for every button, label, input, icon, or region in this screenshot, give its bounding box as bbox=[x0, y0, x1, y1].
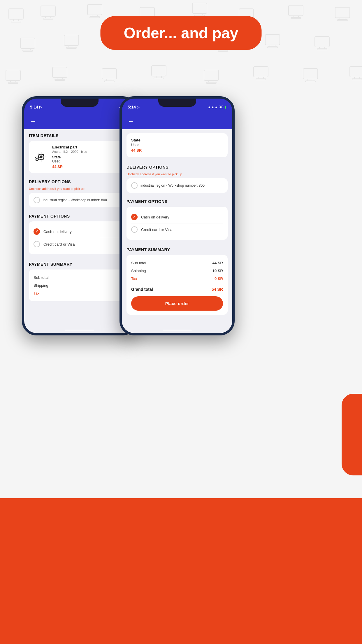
back-button-right[interactable]: ← bbox=[128, 118, 134, 125]
svg-rect-50 bbox=[55, 79, 65, 80]
svg-rect-0 bbox=[9, 9, 23, 19]
payment-option-cash-left[interactable]: ✓ Cash on delivery bbox=[34, 225, 125, 238]
item-details-title: ITEM DETAILS bbox=[29, 133, 130, 138]
address-radio-right[interactable] bbox=[131, 182, 138, 189]
svg-rect-27 bbox=[64, 35, 79, 46]
address-text-left: industrial region - Workshop number: 800 bbox=[43, 198, 107, 202]
state-card-value: Used bbox=[131, 143, 223, 147]
phone-notch-right bbox=[158, 99, 196, 107]
svg-rect-8 bbox=[90, 17, 100, 18]
svg-rect-51 bbox=[102, 69, 117, 79]
item-info: Electrical part Acura - ILX - 2020 - blu… bbox=[52, 145, 125, 169]
svg-rect-54 bbox=[152, 66, 166, 76]
svg-rect-56 bbox=[154, 78, 164, 79]
state-card-price: 44 SR bbox=[131, 148, 223, 153]
phone-right: 5:14 ▷ ▲▲▲ 3G ▮ ← State Used 44 SR bbox=[120, 96, 235, 335]
payment-options-title-right: PAYMENT OPTIONS bbox=[126, 199, 228, 204]
address-row-left[interactable]: industrial region - Workshop number: 800 bbox=[29, 193, 130, 207]
tax-label-right: Tax bbox=[131, 276, 137, 281]
delivery-section-right: DELIVERY OPTIONS Uncheck address if you … bbox=[122, 161, 232, 195]
check-icon-cash-left: ✓ bbox=[35, 230, 38, 234]
payment-option-cash-right[interactable]: ✓ Cash on delivery bbox=[131, 211, 223, 223]
home-indicator-left bbox=[65, 330, 94, 331]
delivery-subtitle-right: Uncheck address if you want to pick up bbox=[126, 172, 228, 176]
header-banner: Order... and pay bbox=[100, 16, 261, 50]
item-name: Electrical part bbox=[52, 145, 125, 149]
item-image bbox=[34, 149, 49, 164]
signal-icon-right: ▲▲▲ 3G bbox=[208, 105, 224, 109]
svg-rect-68 bbox=[352, 79, 362, 80]
svg-rect-59 bbox=[206, 82, 216, 83]
status-time-right: 5:14 ▷ bbox=[128, 105, 139, 109]
svg-rect-42 bbox=[315, 36, 329, 47]
svg-rect-6 bbox=[87, 4, 102, 15]
item-price: 44 SR bbox=[52, 164, 125, 169]
visa-label-left: Credit card or Visa bbox=[43, 242, 75, 246]
address-row-right[interactable]: industrial region - Workshop number: 800 bbox=[126, 178, 228, 193]
item-desc: Acura - ILX - 2020 - blue bbox=[52, 150, 125, 153]
bg-bottom bbox=[0, 498, 362, 644]
payment-summary-card-right: Sub total 44 SR Shipping 10 SR Tax 0 SR … bbox=[126, 255, 228, 315]
shipping-label-left: Shipping bbox=[34, 283, 48, 288]
svg-rect-57 bbox=[204, 70, 219, 80]
svg-rect-44 bbox=[317, 49, 327, 50]
app-header-left: ← bbox=[24, 113, 135, 129]
subtotal-label-left: Sub total bbox=[34, 275, 48, 280]
cash-radio-right[interactable]: ✓ bbox=[131, 214, 138, 220]
payment-summary-title-right: PAYMENT SUMMARY bbox=[126, 247, 228, 252]
state-card-section: State Used 44 SR bbox=[122, 129, 232, 161]
svg-rect-21 bbox=[335, 7, 350, 18]
svg-rect-3 bbox=[41, 6, 55, 16]
state-card-label: State bbox=[131, 138, 223, 142]
grand-total-label-right: Grand total bbox=[131, 287, 153, 292]
payment-summary-card-left: Sub total Shipping Tax bbox=[29, 270, 130, 301]
back-button-left[interactable]: ← bbox=[30, 118, 36, 125]
tax-value-right: 0 SR bbox=[215, 276, 223, 281]
svg-rect-23 bbox=[338, 20, 347, 21]
state-card-right: State Used 44 SR bbox=[126, 133, 228, 157]
payment-summary-section-right: PAYMENT SUMMARY Sub total 44 SR Shipping… bbox=[122, 243, 232, 318]
svg-rect-48 bbox=[52, 67, 67, 78]
payment-option-visa-left[interactable]: Credit card or Visa bbox=[34, 238, 125, 250]
payment-option-visa-right[interactable]: Credit card or Visa bbox=[131, 223, 223, 236]
check-icon-cash-right: ✓ bbox=[133, 215, 136, 219]
tax-label-left: Tax bbox=[34, 291, 39, 295]
item-state-value: Used bbox=[52, 159, 125, 163]
page-title: Order... and pay bbox=[124, 24, 238, 42]
payment-options-title-left: PAYMENT OPTIONS bbox=[29, 214, 130, 218]
phone-notch-left bbox=[61, 99, 99, 107]
svg-rect-63 bbox=[303, 69, 318, 79]
tax-row-left: Tax bbox=[34, 289, 125, 297]
svg-rect-26 bbox=[23, 50, 33, 51]
svg-rect-2 bbox=[11, 21, 21, 22]
grand-total-row-right: Grand total 54 SR bbox=[131, 285, 223, 293]
payment-options-section-left: PAYMENT OPTIONS ✓ Cash on delivery Credi… bbox=[24, 210, 135, 258]
subtotal-value-right: 44 SR bbox=[212, 261, 223, 265]
item-card: Electrical part Acura - ILX - 2020 - blu… bbox=[29, 141, 130, 173]
payment-options-section-right: PAYMENT OPTIONS ✓ Cash on delivery Credi… bbox=[122, 195, 232, 243]
cash-radio-left[interactable]: ✓ bbox=[34, 228, 40, 235]
subtotal-row-left: Sub total bbox=[34, 274, 125, 281]
shipping-label-right: Shipping bbox=[131, 269, 146, 273]
svg-rect-65 bbox=[305, 81, 315, 82]
bg-right-accent bbox=[342, 394, 362, 475]
svg-rect-5 bbox=[43, 18, 53, 19]
svg-rect-20 bbox=[291, 18, 301, 19]
visa-radio-right[interactable] bbox=[131, 226, 138, 233]
svg-rect-62 bbox=[256, 79, 266, 80]
address-text-right: industrial region - Workshop number: 800 bbox=[140, 183, 205, 188]
grand-total-value-right: 54 SR bbox=[212, 287, 223, 292]
svg-rect-18 bbox=[289, 5, 303, 16]
status-icons-right: ▲▲▲ 3G ▮ bbox=[208, 105, 226, 109]
visa-radio-left[interactable] bbox=[34, 241, 40, 247]
payment-options-card-right: ✓ Cash on delivery Credit card or Visa bbox=[126, 207, 228, 240]
svg-rect-29 bbox=[66, 47, 76, 48]
app-header-right: ← bbox=[122, 113, 232, 129]
subtotal-row-right: Sub total 44 SR bbox=[131, 259, 223, 267]
place-order-button[interactable]: Place order bbox=[131, 296, 223, 311]
tax-row-right: Tax 0 SR bbox=[131, 275, 223, 283]
address-radio-left[interactable] bbox=[34, 197, 40, 203]
battery-icon-right: ▮ bbox=[225, 105, 226, 109]
svg-rect-60 bbox=[254, 66, 268, 77]
shipping-value-right: 10 SR bbox=[212, 269, 223, 273]
